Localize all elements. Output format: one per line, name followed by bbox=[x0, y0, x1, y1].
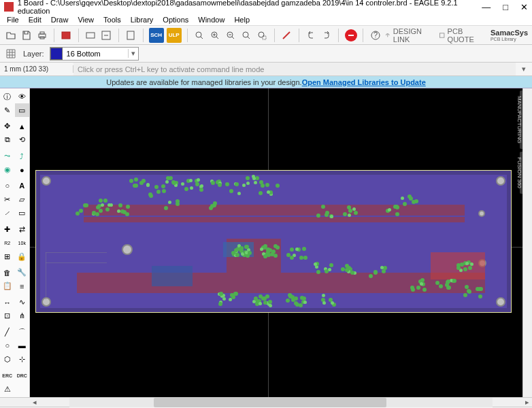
show-tool[interactable]: 👁 bbox=[15, 90, 30, 103]
cam-button[interactable] bbox=[60, 28, 73, 43]
paste-tool[interactable]: 📋 bbox=[0, 279, 15, 293]
lock-tool[interactable]: 🔒 bbox=[15, 250, 30, 263]
svg-point-7 bbox=[196, 32, 201, 37]
layer-selected-text: 16 Bottom bbox=[63, 50, 128, 58]
tool-palette: ⓘ👁 ✎▭ ✥▲ ⧉⟲ ⤳⤴ ◉● ○A ✂▱ ⟋▭ ✚⇄ R210k ⊞🔒 🗑… bbox=[0, 88, 30, 397]
rect-tool[interactable]: ▬ bbox=[15, 339, 30, 352]
close-button[interactable]: ✕ bbox=[520, 2, 528, 12]
drc-button[interactable]: DRC bbox=[15, 369, 30, 382]
rotate-tool[interactable]: ⟲ bbox=[15, 133, 30, 147]
redo-button[interactable] bbox=[320, 28, 333, 43]
zoom-out-button[interactable] bbox=[225, 28, 237, 43]
scroll-right-arrow[interactable]: ▸ bbox=[522, 398, 532, 407]
print-button[interactable] bbox=[35, 28, 48, 43]
fanout-tool[interactable]: ⋔ bbox=[15, 309, 30, 323]
stop-button[interactable] bbox=[344, 28, 357, 43]
net-tool[interactable]: ▭ bbox=[15, 206, 30, 220]
smash-tool[interactable]: 10k bbox=[15, 236, 30, 250]
delete-tool[interactable]: 🗑 bbox=[0, 266, 15, 279]
text-tool[interactable]: ○ bbox=[0, 179, 15, 192]
minimize-button[interactable]: — bbox=[482, 2, 491, 12]
svg-rect-1 bbox=[40, 32, 44, 34]
undo-button[interactable] bbox=[304, 28, 317, 43]
banner-link[interactable]: Open Managed Libraries to Update bbox=[302, 78, 426, 86]
change-tool[interactable]: 🔧 bbox=[15, 266, 30, 279]
replace-tool[interactable]: ⇄ bbox=[15, 222, 30, 236]
via-tool[interactable]: ◉ bbox=[0, 163, 15, 177]
zoom-redraw-button[interactable] bbox=[240, 28, 253, 43]
menu-window[interactable]: Window bbox=[194, 14, 229, 25]
menu-view[interactable]: View bbox=[73, 14, 98, 25]
split-tool[interactable]: ✂ bbox=[0, 192, 15, 206]
zoom-select-button[interactable] bbox=[256, 28, 269, 43]
mirror-tool[interactable]: ▲ bbox=[15, 120, 30, 133]
zoom-in-button[interactable] bbox=[209, 28, 222, 43]
window-title: 1 Board - C:\Users\gqevx\Desktop\dextopi… bbox=[18, 0, 482, 15]
schematic-button[interactable] bbox=[100, 28, 113, 43]
layer-dropdown[interactable]: 16 Bottom ▾ bbox=[50, 47, 139, 61]
sch-switch-button[interactable]: SCH bbox=[149, 28, 164, 43]
menu-draw[interactable]: Draw bbox=[47, 14, 73, 25]
attribute-tool[interactable]: ≡ bbox=[15, 279, 30, 293]
line-tool[interactable]: ╱ bbox=[0, 325, 15, 339]
coordinate-display: 1 mm (120 33) bbox=[0, 65, 73, 73]
save-button[interactable] bbox=[20, 28, 33, 43]
name-tool[interactable]: A bbox=[15, 179, 30, 192]
copy-tool[interactable]: ⧉ bbox=[0, 133, 15, 147]
svg-point-10 bbox=[243, 32, 248, 37]
chevron-down-icon: ▾ bbox=[128, 49, 138, 58]
dimension-tool[interactable]: ↔ bbox=[0, 296, 15, 309]
arc-tool[interactable]: ⌒ bbox=[15, 325, 30, 339]
grid-button[interactable] bbox=[4, 47, 18, 61]
ulp-button[interactable]: ULP bbox=[167, 28, 182, 43]
zoom-fit-button[interactable] bbox=[193, 28, 206, 43]
sheet-button[interactable] bbox=[124, 28, 137, 43]
ripup-tool[interactable]: ⤴ bbox=[15, 150, 30, 163]
errors-tool[interactable]: ⚠ bbox=[0, 382, 15, 396]
pinswap-tool[interactable]: ⊞ bbox=[0, 250, 15, 263]
layer-toolbar: Layer: 16 Bottom ▾ bbox=[0, 45, 532, 63]
layer-tool[interactable]: ✎ bbox=[0, 103, 15, 117]
group-tool[interactable]: ▭ bbox=[15, 103, 30, 117]
command-bar: 1 mm (120 33) Click or press Ctrl+L key … bbox=[0, 63, 532, 76]
command-input[interactable]: Click or press Ctrl+L key to activate co… bbox=[73, 63, 516, 75]
erc-button[interactable]: ERC bbox=[0, 369, 15, 382]
horizontal-scrollbar[interactable]: ◂ ▸ bbox=[0, 397, 532, 407]
menu-file[interactable]: File bbox=[3, 14, 23, 25]
scroll-left-arrow[interactable]: ◂ bbox=[30, 398, 39, 407]
menu-options[interactable]: Options bbox=[159, 14, 193, 25]
menu-edit[interactable]: Edit bbox=[24, 14, 46, 25]
design-link-button[interactable]: DESIGN LINK bbox=[384, 27, 431, 44]
value-tool[interactable]: R2 bbox=[0, 236, 15, 250]
poly-tool[interactable]: ▱ bbox=[15, 192, 30, 206]
info-tool[interactable]: ⓘ bbox=[0, 90, 15, 103]
help-button[interactable]: ? bbox=[369, 28, 382, 43]
scroll-thumb[interactable] bbox=[154, 398, 386, 407]
layer-label: Layer: bbox=[23, 50, 44, 58]
board-button[interactable] bbox=[84, 28, 97, 43]
add-tool[interactable]: ✚ bbox=[0, 222, 15, 236]
titlebar: 1 Board - C:\Users\gqevx\Desktop\dextopi… bbox=[0, 0, 532, 14]
menu-tools[interactable]: Tools bbox=[99, 14, 125, 25]
optimize-tool[interactable]: ⊡ bbox=[0, 309, 15, 323]
meander-tool[interactable]: ∿ bbox=[15, 296, 30, 309]
polygon-tool[interactable]: ⬡ bbox=[0, 352, 15, 366]
route-tool[interactable]: ⤳ bbox=[0, 150, 15, 163]
maximize-button[interactable]: □ bbox=[503, 2, 508, 12]
command-go-button[interactable]: ▾ bbox=[516, 65, 532, 73]
svg-rect-15 bbox=[440, 33, 444, 37]
board-canvas[interactable]: MANUFACTURING FUSION 360 bbox=[30, 88, 532, 397]
menu-library[interactable]: Library bbox=[127, 14, 158, 25]
vertical-scrollbar[interactable] bbox=[522, 88, 532, 397]
move-tool[interactable]: ✥ bbox=[0, 120, 15, 133]
miter-tool[interactable]: ⟋ bbox=[0, 206, 15, 220]
mark-tool[interactable]: ⊹ bbox=[15, 352, 30, 366]
circle-tool[interactable]: ○ bbox=[0, 339, 15, 352]
menu-help[interactable]: Help bbox=[230, 14, 254, 25]
cancel-button[interactable] bbox=[280, 28, 293, 43]
open-button[interactable] bbox=[4, 28, 17, 43]
pcb-quote-button[interactable]: PCB QUOTE bbox=[439, 27, 482, 44]
menubar: File Edit Draw View Tools Library Option… bbox=[0, 14, 532, 26]
samacsys-brand[interactable]: SamacSys PCB Library bbox=[491, 29, 528, 41]
hole-tool[interactable]: ● bbox=[15, 163, 30, 177]
